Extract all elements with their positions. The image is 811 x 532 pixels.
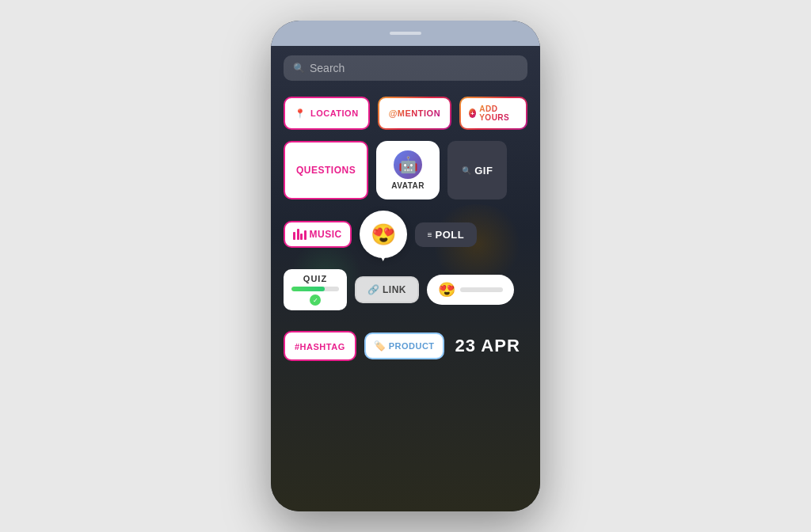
poll-label: POLL bbox=[436, 229, 465, 241]
emoji-poll-icon: 😍 bbox=[438, 281, 455, 298]
sticker-addyours[interactable]: + ADD YOURS bbox=[459, 97, 527, 130]
sticker-product[interactable]: 🏷️ PRODUCT bbox=[364, 332, 444, 359]
phone-notch bbox=[390, 32, 421, 35]
sticker-emoji-bubble[interactable]: 😍 bbox=[360, 211, 407, 258]
sticker-grid: 📍 LOCATION @MENTION + ADD YOURS QUESTION… bbox=[284, 97, 527, 363]
date-label: 23 APR bbox=[455, 336, 520, 355]
sticker-poll[interactable]: ≡ POLL bbox=[415, 222, 478, 247]
gif-label: GIF bbox=[474, 165, 493, 177]
phone-container: 🔍 Search 📍 LOCATION @MENTION + ADD YOUR bbox=[271, 21, 540, 511]
sticker-row-1: 📍 LOCATION @MENTION + ADD YOURS bbox=[284, 97, 527, 130]
phone-top-bar bbox=[271, 21, 540, 46]
quiz-label: QUIZ bbox=[303, 274, 327, 283]
product-label: PRODUCT bbox=[389, 341, 435, 351]
sticker-row-2: QUESTIONS 🤖 AVATAR 🔍 GIF bbox=[284, 141, 527, 200]
sticker-row-3: MUSIC 😍 ≡ POLL bbox=[284, 211, 527, 258]
sticker-row-5: #HASHTAG 🏷️ PRODUCT 23 APR bbox=[284, 329, 527, 363]
sticker-avatar[interactable]: 🤖 AVATAR bbox=[376, 141, 440, 200]
search-bar[interactable]: 🔍 Search bbox=[284, 55, 527, 81]
sticker-emoji-poll[interactable]: 😍 bbox=[427, 275, 514, 305]
sticker-questions[interactable]: QUESTIONS bbox=[284, 141, 368, 200]
sticker-mention[interactable]: @MENTION bbox=[378, 97, 451, 130]
location-label: LOCATION bbox=[310, 108, 359, 118]
addyours-icon: + bbox=[469, 108, 476, 118]
sticker-link[interactable]: 🔗 LINK bbox=[355, 276, 419, 303]
sticker-location[interactable]: 📍 LOCATION bbox=[284, 97, 370, 130]
quiz-progress-bar bbox=[291, 287, 339, 291]
avatar-icon: 🤖 bbox=[394, 150, 422, 179]
sticker-gif[interactable]: 🔍 GIF bbox=[447, 141, 507, 200]
avatar-label: AVATAR bbox=[391, 181, 425, 190]
quiz-check-icon: ✓ bbox=[310, 294, 321, 306]
mention-label: @MENTION bbox=[389, 108, 440, 118]
emoji-poll-bar bbox=[460, 287, 503, 292]
sticker-row-4: QUIZ ✓ 🔗 LINK 😍 bbox=[284, 269, 527, 310]
poll-lines-icon: ≡ bbox=[428, 230, 432, 239]
gif-search-icon: 🔍 bbox=[462, 166, 471, 175]
music-label: MUSIC bbox=[310, 229, 342, 240]
sticker-date[interactable]: 23 APR bbox=[452, 329, 524, 363]
link-label: LINK bbox=[383, 284, 406, 295]
sticker-hashtag[interactable]: #HASHTAG bbox=[284, 331, 356, 361]
search-placeholder: Search bbox=[310, 62, 345, 74]
sticker-music[interactable]: MUSIC bbox=[284, 221, 352, 248]
sticker-quiz[interactable]: QUIZ ✓ bbox=[284, 269, 347, 310]
music-bars-icon bbox=[293, 229, 307, 240]
hashtag-label: #HASHTAG bbox=[295, 342, 345, 352]
quiz-progress-fill bbox=[291, 287, 325, 291]
addyours-label: ADD YOURS bbox=[479, 104, 518, 122]
questions-label: QUESTIONS bbox=[296, 165, 356, 176]
bubble-tail bbox=[380, 255, 386, 261]
search-icon: 🔍 bbox=[293, 63, 305, 74]
phone-content: 🔍 Search 📍 LOCATION @MENTION + ADD YOUR bbox=[271, 46, 540, 511]
emoji-icon: 😍 bbox=[371, 222, 396, 247]
product-icon: 🏷️ bbox=[374, 340, 386, 352]
link-chain-icon: 🔗 bbox=[367, 284, 379, 295]
